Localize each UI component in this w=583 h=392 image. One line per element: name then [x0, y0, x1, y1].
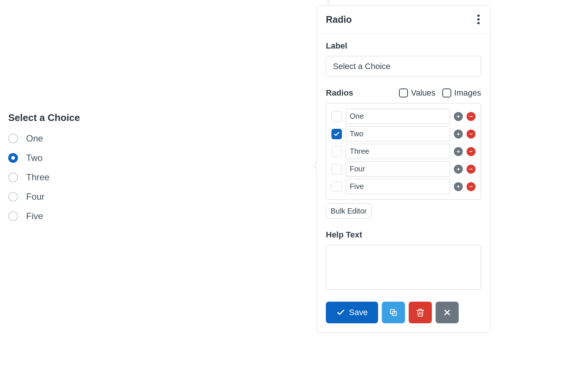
copy-icon [389, 308, 398, 317]
label-input[interactable] [326, 56, 481, 77]
remove-option-button[interactable] [467, 130, 476, 139]
remove-option-button[interactable] [467, 165, 476, 174]
option-value-input[interactable] [346, 161, 450, 177]
radio-icon [8, 211, 18, 221]
option-value-input[interactable] [346, 144, 450, 159]
checkbox-icon [399, 88, 408, 97]
option-row [331, 109, 476, 124]
remove-option-button[interactable] [467, 182, 476, 191]
option-value-input[interactable] [346, 126, 450, 141]
copy-button[interactable] [382, 302, 405, 323]
option-default-checkbox[interactable] [331, 146, 342, 157]
label-field-heading: Label [326, 41, 481, 51]
radios-heading: Radios [326, 88, 353, 98]
option-row [331, 126, 476, 141]
option-default-checkbox[interactable] [331, 111, 342, 122]
options-list [326, 103, 481, 200]
panel-header: Radio [317, 6, 490, 34]
check-icon [336, 308, 345, 317]
preview-radio-list: One Two Three Four Five [8, 133, 80, 221]
option-row [331, 161, 476, 177]
option-default-checkbox[interactable] [331, 164, 342, 174]
option-value-input[interactable] [346, 179, 450, 194]
panel-title: Radio [326, 14, 352, 25]
option-default-checkbox[interactable] [331, 129, 342, 139]
form-preview: Select a Choice One Two Three Four Five [8, 112, 80, 221]
radio-icon [8, 134, 18, 143]
option-value-input[interactable] [346, 109, 450, 124]
bulk-editor-button[interactable]: Bulk Editor [326, 203, 372, 219]
radio-icon [8, 172, 18, 182]
preview-question-label: Select a Choice [8, 112, 80, 124]
option-row [331, 179, 476, 194]
radio-label: One [26, 133, 43, 144]
checkbox-icon [442, 88, 451, 97]
radio-icon [8, 153, 18, 163]
add-option-button[interactable] [454, 165, 463, 174]
add-option-button[interactable] [454, 112, 463, 121]
close-button[interactable] [436, 302, 459, 323]
values-toggle-label: Values [411, 88, 436, 98]
help-text-input[interactable] [326, 245, 481, 290]
add-option-button[interactable] [454, 182, 463, 191]
remove-option-button[interactable] [467, 147, 476, 156]
preview-radio-option[interactable]: One [8, 133, 80, 144]
radio-config-panel: Radio Label Radios Values Images [317, 5, 490, 333]
delete-button[interactable] [409, 302, 432, 323]
remove-option-button[interactable] [467, 112, 476, 121]
preview-radio-option[interactable]: Two [8, 153, 80, 163]
preview-radio-option[interactable]: Four [8, 192, 80, 202]
radio-label: Three [26, 172, 50, 183]
option-default-checkbox[interactable] [331, 181, 342, 192]
option-row [331, 144, 476, 159]
radio-label: Two [26, 153, 43, 163]
add-option-button[interactable] [454, 147, 463, 156]
save-button[interactable]: Save [326, 302, 378, 323]
save-button-label: Save [349, 308, 368, 317]
radio-icon [8, 192, 18, 202]
preview-radio-option[interactable]: Five [8, 211, 80, 221]
images-toggle-label: Images [454, 88, 481, 98]
close-icon [443, 308, 452, 317]
radio-label: Four [26, 192, 44, 202]
values-toggle[interactable]: Values [399, 88, 436, 98]
radio-label: Five [26, 211, 43, 221]
more-options-button[interactable] [476, 13, 481, 26]
trash-icon [416, 308, 425, 317]
help-text-heading: Help Text [326, 230, 481, 240]
preview-radio-option[interactable]: Three [8, 172, 80, 183]
add-option-button[interactable] [454, 130, 463, 139]
images-toggle[interactable]: Images [442, 88, 481, 98]
